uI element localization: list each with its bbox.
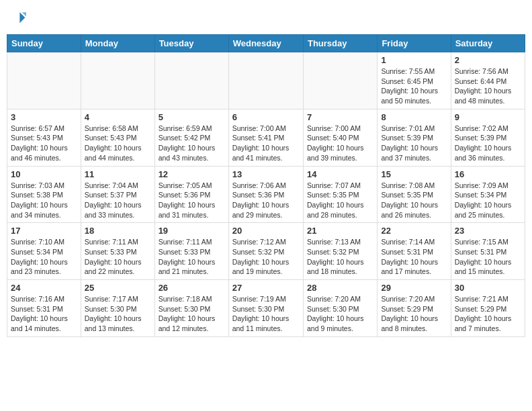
calendar-day-cell <box>81 52 154 109</box>
calendar-week-row: 17Sunrise: 7:10 AM Sunset: 5:34 PM Dayli… <box>7 223 525 280</box>
day-info: Sunrise: 7:04 AM Sunset: 5:37 PM Dayligh… <box>85 181 151 220</box>
day-info: Sunrise: 7:16 AM Sunset: 5:31 PM Dayligh… <box>11 294 77 334</box>
day-info: Sunrise: 7:12 AM Sunset: 5:32 PM Dayligh… <box>232 237 300 277</box>
calendar-day-cell: 15Sunrise: 7:08 AM Sunset: 5:35 PM Dayli… <box>378 166 451 223</box>
day-info: Sunrise: 7:10 AM Sunset: 5:34 PM Dayligh… <box>11 237 77 277</box>
day-info: Sunrise: 7:05 AM Sunset: 5:36 PM Dayligh… <box>159 181 225 220</box>
day-number: 18 <box>85 226 151 236</box>
weekday-header-cell: Tuesday <box>154 35 228 52</box>
day-number: 30 <box>455 283 521 293</box>
calendar-day-cell: 14Sunrise: 7:07 AM Sunset: 5:35 PM Dayli… <box>303 166 377 223</box>
day-info: Sunrise: 7:20 AM Sunset: 5:30 PM Dayligh… <box>307 294 373 334</box>
calendar-day-cell: 2Sunrise: 7:56 AM Sunset: 6:44 PM Daylig… <box>451 52 525 109</box>
day-info: Sunrise: 6:59 AM Sunset: 5:42 PM Dayligh… <box>159 124 225 163</box>
weekday-header-cell: Wednesday <box>228 35 303 52</box>
weekday-header-row: SundayMondayTuesdayWednesdayThursdayFrid… <box>7 35 525 52</box>
day-number: 9 <box>455 112 521 122</box>
day-number: 7 <box>307 112 373 122</box>
day-info: Sunrise: 6:58 AM Sunset: 5:43 PM Dayligh… <box>85 124 151 163</box>
calendar-day-cell: 21Sunrise: 7:13 AM Sunset: 5:32 PM Dayli… <box>303 223 377 280</box>
calendar-day-cell: 5Sunrise: 6:59 AM Sunset: 5:42 PM Daylig… <box>154 109 228 166</box>
calendar-day-cell: 1Sunrise: 7:55 AM Sunset: 6:45 PM Daylig… <box>378 52 451 109</box>
day-info: Sunrise: 7:56 AM Sunset: 6:44 PM Dayligh… <box>455 66 521 106</box>
calendar-day-cell <box>303 52 377 109</box>
day-number: 22 <box>381 226 447 236</box>
calendar-day-cell: 8Sunrise: 7:01 AM Sunset: 5:39 PM Daylig… <box>378 109 451 166</box>
day-number: 29 <box>381 283 447 293</box>
day-number: 10 <box>11 169 77 179</box>
calendar-day-cell: 28Sunrise: 7:20 AM Sunset: 5:30 PM Dayli… <box>303 280 377 337</box>
calendar-day-cell: 20Sunrise: 7:12 AM Sunset: 5:32 PM Dayli… <box>228 223 303 280</box>
day-number: 4 <box>85 112 151 122</box>
calendar-day-cell: 10Sunrise: 7:03 AM Sunset: 5:38 PM Dayli… <box>7 166 81 223</box>
day-number: 8 <box>381 112 447 122</box>
weekday-header-cell: Thursday <box>303 35 377 52</box>
day-info: Sunrise: 7:01 AM Sunset: 5:39 PM Dayligh… <box>381 124 447 163</box>
day-number: 3 <box>11 112 77 122</box>
weekday-header-cell: Sunday <box>7 35 81 52</box>
calendar-day-cell: 23Sunrise: 7:15 AM Sunset: 5:31 PM Dayli… <box>451 223 525 280</box>
day-number: 28 <box>307 283 373 293</box>
day-info: Sunrise: 7:07 AM Sunset: 5:35 PM Dayligh… <box>307 181 373 220</box>
logo-icon <box>10 10 26 26</box>
day-info: Sunrise: 7:11 AM Sunset: 5:33 PM Dayligh… <box>159 237 225 277</box>
day-info: Sunrise: 7:13 AM Sunset: 5:32 PM Dayligh… <box>307 237 373 277</box>
day-number: 24 <box>11 283 77 293</box>
day-info: Sunrise: 7:55 AM Sunset: 6:45 PM Dayligh… <box>381 66 447 106</box>
calendar-day-cell: 16Sunrise: 7:09 AM Sunset: 5:34 PM Dayli… <box>451 166 525 223</box>
calendar-day-cell: 19Sunrise: 7:11 AM Sunset: 5:33 PM Dayli… <box>154 223 228 280</box>
calendar-day-cell: 25Sunrise: 7:17 AM Sunset: 5:30 PM Dayli… <box>81 280 154 337</box>
calendar-day-cell <box>228 52 303 109</box>
calendar-week-row: 3Sunrise: 6:57 AM Sunset: 5:43 PM Daylig… <box>7 109 525 166</box>
day-info: Sunrise: 7:06 AM Sunset: 5:36 PM Dayligh… <box>232 181 300 220</box>
day-number: 21 <box>307 226 373 236</box>
weekday-header-cell: Monday <box>81 35 154 52</box>
calendar-day-cell: 22Sunrise: 7:14 AM Sunset: 5:31 PM Dayli… <box>378 223 451 280</box>
day-number: 20 <box>232 226 300 236</box>
calendar-day-cell: 11Sunrise: 7:04 AM Sunset: 5:37 PM Dayli… <box>81 166 154 223</box>
calendar-day-cell: 30Sunrise: 7:21 AM Sunset: 5:29 PM Dayli… <box>451 280 525 337</box>
day-info: Sunrise: 7:11 AM Sunset: 5:33 PM Dayligh… <box>85 237 151 277</box>
day-info: Sunrise: 7:19 AM Sunset: 5:30 PM Dayligh… <box>232 294 300 334</box>
day-number: 26 <box>159 283 225 293</box>
calendar-day-cell: 12Sunrise: 7:05 AM Sunset: 5:36 PM Dayli… <box>154 166 228 223</box>
day-number: 12 <box>159 169 225 179</box>
calendar-table: SundayMondayTuesdayWednesdayThursdayFrid… <box>7 34 525 337</box>
weekday-header-cell: Saturday <box>451 35 525 52</box>
calendar-day-cell: 18Sunrise: 7:11 AM Sunset: 5:33 PM Dayli… <box>81 223 154 280</box>
calendar-day-cell: 9Sunrise: 7:02 AM Sunset: 5:39 PM Daylig… <box>451 109 525 166</box>
calendar-day-cell: 13Sunrise: 7:06 AM Sunset: 5:36 PM Dayli… <box>228 166 303 223</box>
calendar-day-cell: 4Sunrise: 6:58 AM Sunset: 5:43 PM Daylig… <box>81 109 154 166</box>
calendar-day-cell <box>154 52 228 109</box>
day-number: 25 <box>85 283 151 293</box>
calendar-day-cell: 24Sunrise: 7:16 AM Sunset: 5:31 PM Dayli… <box>7 280 81 337</box>
page-header <box>7 7 525 29</box>
day-number: 27 <box>232 283 300 293</box>
calendar-body: 1Sunrise: 7:55 AM Sunset: 6:45 PM Daylig… <box>7 52 525 337</box>
day-number: 1 <box>381 55 447 65</box>
day-info: Sunrise: 7:18 AM Sunset: 5:30 PM Dayligh… <box>159 294 225 334</box>
logo <box>10 10 28 29</box>
day-number: 17 <box>11 226 77 236</box>
calendar-day-cell: 6Sunrise: 7:00 AM Sunset: 5:41 PM Daylig… <box>228 109 303 166</box>
day-number: 16 <box>455 169 521 179</box>
calendar-day-cell: 26Sunrise: 7:18 AM Sunset: 5:30 PM Dayli… <box>154 280 228 337</box>
day-info: Sunrise: 7:15 AM Sunset: 5:31 PM Dayligh… <box>455 237 521 277</box>
day-info: Sunrise: 7:00 AM Sunset: 5:41 PM Dayligh… <box>232 124 300 163</box>
day-info: Sunrise: 7:09 AM Sunset: 5:34 PM Dayligh… <box>455 181 521 220</box>
day-number: 23 <box>455 226 521 236</box>
calendar-day-cell: 17Sunrise: 7:10 AM Sunset: 5:34 PM Dayli… <box>7 223 81 280</box>
calendar-week-row: 24Sunrise: 7:16 AM Sunset: 5:31 PM Dayli… <box>7 280 525 337</box>
day-number: 11 <box>85 169 151 179</box>
day-number: 15 <box>381 169 447 179</box>
day-info: Sunrise: 7:20 AM Sunset: 5:29 PM Dayligh… <box>381 294 447 334</box>
day-number: 5 <box>159 112 225 122</box>
calendar-day-cell <box>7 52 81 109</box>
calendar-week-row: 1Sunrise: 7:55 AM Sunset: 6:45 PM Daylig… <box>7 52 525 109</box>
day-info: Sunrise: 7:17 AM Sunset: 5:30 PM Dayligh… <box>85 294 151 334</box>
calendar-week-row: 10Sunrise: 7:03 AM Sunset: 5:38 PM Dayli… <box>7 166 525 223</box>
day-info: Sunrise: 7:03 AM Sunset: 5:38 PM Dayligh… <box>11 181 77 220</box>
calendar-day-cell: 3Sunrise: 6:57 AM Sunset: 5:43 PM Daylig… <box>7 109 81 166</box>
weekday-header-cell: Friday <box>378 35 451 52</box>
calendar-day-cell: 27Sunrise: 7:19 AM Sunset: 5:30 PM Dayli… <box>228 280 303 337</box>
